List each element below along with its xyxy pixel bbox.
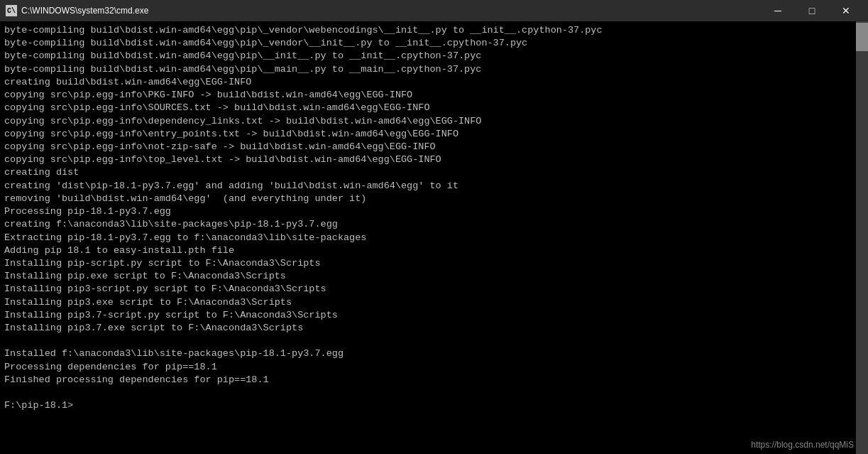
close-button[interactable]: ✕	[830, 0, 862, 21]
cmd-window: C\ C:\WINDOWS\system32\cmd.exe ─ □ ✕ byt…	[0, 0, 868, 454]
window-controls: ─ □ ✕	[762, 0, 862, 21]
cmd-icon: C\	[6, 5, 17, 16]
title-bar-left: C\ C:\WINDOWS\system32\cmd.exe	[6, 5, 148, 16]
scrollbar-thumb[interactable]	[856, 23, 868, 51]
console-area: byte-compiling build\bdist.win-amd64\egg…	[0, 21, 868, 454]
watermark: https://blog.csdn.net/qqMiS	[751, 440, 854, 450]
scrollbar[interactable]	[856, 21, 868, 454]
console-output[interactable]: byte-compiling build\bdist.win-amd64\egg…	[0, 21, 856, 454]
minimize-button[interactable]: ─	[762, 0, 794, 21]
title-bar: C\ C:\WINDOWS\system32\cmd.exe ─ □ ✕	[0, 0, 868, 21]
maximize-button[interactable]: □	[796, 0, 828, 21]
window-title: C:\WINDOWS\system32\cmd.exe	[21, 6, 148, 16]
